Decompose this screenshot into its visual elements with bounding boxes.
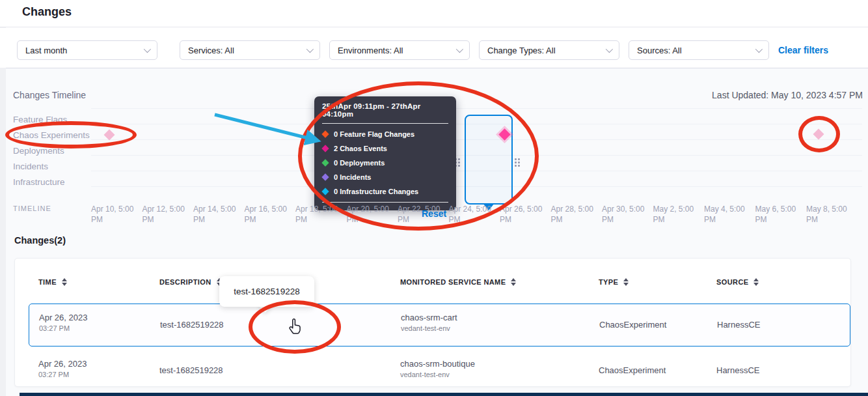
tooltip-item-infrastructure: 0 Infrastructure Changes: [322, 188, 448, 195]
services-value: Services: All: [188, 46, 234, 55]
environments-dropdown[interactable]: Environments: All: [329, 40, 470, 60]
tooltip-item-deployments: 0 Deployments: [322, 159, 448, 167]
time-range-value: Last month: [25, 46, 67, 55]
axis-tick: May 4, 5:00 PM: [704, 204, 755, 225]
sources-dropdown[interactable]: Sources: All: [629, 40, 769, 60]
cell-time: Apr 26, 2023 03:27 PM: [38, 359, 87, 378]
bottom-edge-bar: [20, 393, 868, 396]
reset-button[interactable]: Reset: [422, 208, 446, 219]
timeline-range-tooltip: 25thApr 09:11pm - 27thApr 04:10pm 0 Feat…: [314, 96, 456, 210]
timeline-row-deployments: Deployments: [13, 146, 64, 156]
cell-monitored-service: chaos-srm-boutique vedant-test-env: [400, 359, 475, 378]
axis-tick: May 2, 5:00 PM: [653, 204, 705, 225]
top-header-bar: Changes: [0, 0, 868, 27]
services-dropdown[interactable]: Services: All: [180, 40, 320, 60]
environment-name: vedant-test-env: [400, 371, 475, 378]
timeline-axis-label: TIMELINE: [13, 205, 51, 212]
timeline-row-infrastructure: Infrastructure: [13, 177, 65, 187]
cell-description: test-1682519228: [160, 320, 224, 330]
tooltip-item-chaos-events: 2 Chaos Events: [322, 145, 448, 152]
deployment-diamond-icon: [321, 159, 329, 166]
column-label: MONITORED SERVICE NAME: [400, 278, 506, 286]
tooltip-date-range: 25thApr 09:11pm - 27thApr 04:10pm: [322, 102, 448, 118]
column-label: TIME: [38, 278, 57, 286]
axis-tick: Apr 28, 5:00 PM: [551, 204, 603, 225]
axis-tick: May 8, 5:00 PM: [806, 204, 858, 225]
change-time: 03:27 PM: [38, 371, 87, 378]
environments-value: Environments: All: [338, 46, 403, 55]
axis-tick: Apr 24, 5:00 PM: [449, 204, 500, 225]
changes-table-card: TIME DESCRIPTION MONITORED SERVICE NAME …: [14, 258, 851, 387]
time-range-dropdown[interactable]: Last month: [17, 40, 157, 60]
column-header-source: SOURCE: [716, 278, 759, 286]
axis-tick: Apr 14, 5:00 PM: [193, 204, 245, 225]
column-header-monitored-service: MONITORED SERVICE NAME: [400, 278, 516, 286]
column-label: TYPE: [599, 278, 618, 286]
change-date: Apr 26, 2023: [38, 359, 87, 369]
tooltip-item-label: 0 Deployments: [334, 159, 385, 167]
table-row[interactable]: Apr 26, 2023 03:27 PM test-1682519228 ch…: [29, 304, 850, 346]
chevron-down-icon: [306, 46, 314, 53]
clear-filters-button[interactable]: Clear filters: [778, 45, 828, 55]
column-label: SOURCE: [716, 278, 748, 286]
timeline-section-title: Changes Timeline: [13, 90, 86, 100]
timeline-axis-ticks: Apr 10, 5:00 PM Apr 12, 5:00 PM Apr 14, …: [91, 204, 858, 225]
page-title: Changes: [22, 5, 72, 19]
feature-flag-diamond-icon: [321, 130, 329, 137]
change-date: Apr 26, 2023: [39, 313, 87, 322]
axis-tick: Apr 30, 5:00 PM: [602, 204, 653, 225]
changes-page: Changes Last month Services: All Environ…: [0, 0, 868, 396]
change-types-dropdown[interactable]: Change Types: All: [479, 40, 619, 60]
infrastructure-diamond-icon: [321, 188, 329, 195]
cell-source: HarnessCE: [716, 365, 759, 375]
chevron-down-icon: [456, 46, 463, 53]
tooltip-item-label: 0 Feature Flag Changes: [334, 130, 414, 138]
axis-tick: Apr 20, 5:00 PM: [347, 204, 398, 225]
column-header-description: DESCRIPTION: [159, 278, 222, 286]
change-time: 03:27 PM: [39, 324, 87, 332]
axis-tick: Apr 16, 5:00 PM: [245, 204, 296, 225]
cell-type: ChaosExperiment: [599, 320, 666, 330]
sort-icon[interactable]: [511, 278, 516, 286]
last-updated-text: Last Updated: May 10, 2023 4:57 PM: [648, 90, 863, 100]
chevron-down-icon: [144, 46, 151, 53]
timeline-row-chaos-experiments: Chaos Experiments: [13, 130, 90, 140]
cell-type: ChaosExperiment: [599, 365, 666, 375]
timeline-row-feature-flags: Feature Flags: [13, 115, 67, 124]
axis-tick: Apr 18, 5:00 PM: [295, 204, 347, 225]
chevron-down-icon: [606, 46, 613, 53]
timeline-row-incidents: Incidents: [13, 162, 48, 171]
tooltip-item-feature-flags: 0 Feature Flag Changes: [322, 130, 448, 138]
axis-tick: Apr 12, 5:00 PM: [142, 204, 194, 225]
timeline-brush-selection[interactable]: [465, 115, 513, 205]
change-types-value: Change Types: All: [487, 46, 556, 55]
column-header-type: TYPE: [599, 278, 629, 286]
service-name: chaos-srm-boutique: [400, 359, 475, 369]
filter-bar: Last month Services: All Environments: A…: [0, 28, 868, 68]
service-name: chaos-srm-cart: [401, 313, 457, 322]
tooltip-item-label: 0 Incidents: [334, 173, 371, 181]
cell-description: test-1682519228: [159, 365, 223, 375]
tooltip-item-incidents: 0 Incidents: [322, 173, 448, 181]
sort-icon[interactable]: [753, 278, 759, 286]
tooltip-divider: [322, 202, 448, 203]
tooltip-divider: [322, 123, 448, 124]
chevron-down-icon: [755, 46, 763, 53]
column-header-time: TIME: [38, 278, 67, 286]
hover-tooltip: test-1682519228: [219, 276, 314, 307]
timeline-gridline: [91, 108, 862, 109]
cell-monitored-service: chaos-srm-cart vedant-test-env: [401, 313, 457, 332]
axis-tick: May 6, 5:00 PM: [755, 204, 807, 225]
brush-right-handle[interactable]: [515, 158, 521, 167]
axis-tick: Apr 10, 5:00 PM: [91, 204, 142, 225]
cell-time: Apr 26, 2023 03:27 PM: [39, 313, 87, 332]
sources-value: Sources: All: [637, 46, 682, 55]
changes-count-title: Changes(2): [14, 235, 66, 246]
tooltip-item-label: 0 Infrastructure Changes: [334, 188, 418, 195]
table-row[interactable]: Apr 26, 2023 03:27 PM test-1682519228 ch…: [29, 351, 850, 388]
sort-icon[interactable]: [623, 278, 629, 286]
sort-icon[interactable]: [62, 278, 67, 286]
incident-diamond-icon: [321, 173, 329, 180]
cell-source: HarnessCE: [717, 320, 760, 330]
environment-name: vedant-test-env: [401, 324, 457, 332]
